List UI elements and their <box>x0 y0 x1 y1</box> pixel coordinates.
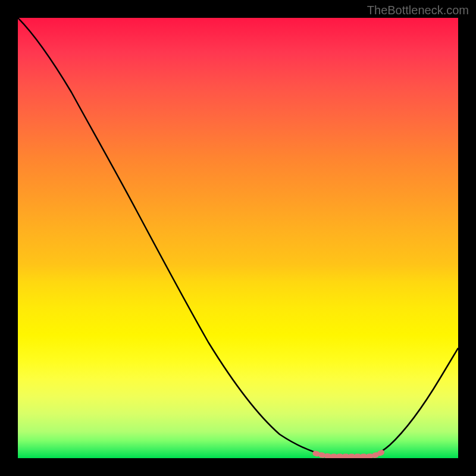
optimal-region-highlight <box>315 451 384 456</box>
chart-gradient-background <box>18 18 458 458</box>
bottleneck-curve-chart <box>18 18 458 458</box>
watermark-text: TheBottleneck.com <box>367 4 469 17</box>
bottleneck-curve <box>18 18 458 456</box>
